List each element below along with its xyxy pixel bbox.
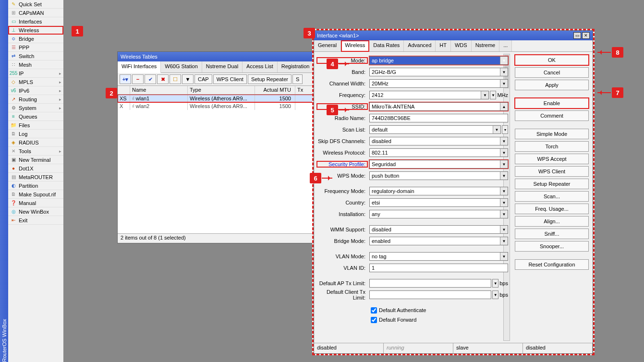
sidebar-item-interfaces[interactable]: ▭Interfaces: [8, 17, 63, 26]
s-button[interactable]: S: [292, 74, 303, 84]
sidebar-item-tools[interactable]: ✕Tools▸: [8, 147, 63, 156]
col-flag[interactable]: [118, 86, 130, 94]
sidebar-item-queues[interactable]: ≡Queues: [8, 112, 63, 121]
wt-tab-1[interactable]: W60G Station: [161, 61, 202, 72]
dropdown-icon[interactable]: ▼: [500, 253, 508, 260]
button-sniff[interactable]: Sniff...: [515, 229, 589, 239]
disable-button-icon[interactable]: ✖: [157, 74, 169, 84]
sidebar-item-mesh[interactable]: ∷Mesh: [8, 60, 63, 69]
sidebar-item-bridge[interactable]: ≎Bridge: [8, 35, 63, 43]
cap-button[interactable]: CAP: [194, 74, 212, 84]
if-tab-general[interactable]: General: [314, 40, 341, 51]
input-vlan_id[interactable]: 1: [369, 264, 508, 272]
wt-tab-4[interactable]: Registration: [278, 61, 314, 72]
sidebar-item-mpls[interactable]: ◇MPLS▸: [8, 78, 63, 86]
sidebar-item-system[interactable]: ⚙System▸: [8, 104, 63, 112]
button-simple-mode[interactable]: Simple Mode: [515, 129, 589, 139]
dropdown-icon[interactable]: ▼: [500, 137, 508, 145]
input-wmm_support[interactable]: disabled ▼: [369, 225, 508, 234]
input-bridge_mode[interactable]: enabled ▼: [369, 237, 508, 245]
sidebar-item-wireless[interactable]: ⊥Wireless: [8, 26, 63, 35]
remove-button[interactable]: −: [132, 74, 144, 84]
input-ssid[interactable]: MikroTik-ANTENA ▲: [369, 102, 508, 111]
if-tab-ht[interactable]: HT: [436, 40, 451, 51]
button-torch[interactable]: Torch: [515, 141, 589, 152]
if-tab-wireless[interactable]: Wireless: [341, 40, 369, 52]
sidebar-item-new-winbox[interactable]: ◎New WinBox: [8, 207, 63, 216]
sidebar-item-routing[interactable]: ↗Routing▸: [8, 95, 63, 104]
if-tab-[interactable]: ...: [499, 40, 512, 51]
if-tab-advanced[interactable]: Advanced: [404, 40, 436, 51]
sidebar-item-radius[interactable]: ◈RADIUS: [8, 138, 63, 147]
if-tab-wds[interactable]: WDS: [451, 40, 472, 51]
dropdown-icon[interactable]: ▼: [500, 149, 508, 157]
sidebar-item-new-terminal[interactable]: ▣New Terminal: [8, 156, 63, 164]
sidebar-item-manual[interactable]: ❓Manual: [8, 199, 63, 207]
checkbox-default_fwd[interactable]: Default Forward: [371, 315, 508, 325]
dropdown-icon[interactable]: ▼: [500, 210, 508, 218]
input-client_tx_limit[interactable]: [369, 290, 491, 299]
dropdown-icon[interactable]: ▼: [492, 290, 498, 299]
sidebar-item-metarouter[interactable]: ▤MetaROUTER: [8, 173, 63, 181]
dropdown-icon[interactable]: ▼: [500, 199, 508, 206]
filter-button-icon[interactable]: ▼: [182, 74, 194, 84]
dropdown-icon[interactable]: ▼: [500, 57, 508, 64]
sidebar-item-log[interactable]: 🗎Log: [8, 130, 63, 138]
dropdown-icon[interactable]: ▼: [500, 187, 508, 195]
input-channel_width[interactable]: 20MHz ▼: [369, 79, 508, 88]
button-wps-accept[interactable]: WPS Accept: [515, 154, 589, 164]
wt-tab-0[interactable]: WiFi Interfaces: [118, 61, 161, 73]
dropdown-icon[interactable]: ▼: [500, 226, 508, 233]
sidebar-item-files[interactable]: 📁Files: [8, 121, 63, 130]
button-apply[interactable]: Apply: [515, 80, 589, 90]
dropdown-icon[interactable]: ▼: [500, 237, 508, 245]
col-mtu[interactable]: Actual MTU: [255, 86, 295, 94]
input-wireless_protocol[interactable]: 802.11 ▼: [369, 148, 508, 157]
comment-button-icon[interactable]: ☐: [170, 74, 181, 84]
checkbox-default_auth[interactable]: Default Authenticate: [371, 305, 508, 315]
sidebar-item-quick-set[interactable]: ✎Quick Set: [8, 0, 63, 9]
input-frequency[interactable]: 2412 ▼: [369, 91, 489, 99]
button-ok[interactable]: OK: [515, 55, 589, 65]
input-country[interactable]: etsi ▼: [369, 198, 508, 207]
dialog-close-icon[interactable]: ✕: [582, 32, 590, 39]
button-setup-repeater[interactable]: Setup Repeater: [515, 179, 589, 189]
dialog-minimize-icon[interactable]: ▭: [573, 32, 581, 39]
add-button[interactable]: +▾: [120, 74, 131, 84]
input-security_profile[interactable]: Seguridad ▼: [369, 160, 508, 169]
input-frequency_mode[interactable]: regulatory-domain ▼: [369, 187, 508, 195]
checkbox-input[interactable]: [371, 317, 377, 323]
dropdown-icon[interactable]: ▼: [481, 91, 488, 99]
sidebar-item-ip[interactable]: 255IP▸: [8, 69, 63, 78]
dropdown-icon[interactable]: ▲: [500, 103, 508, 110]
input-mode[interactable]: ap bridge ▼: [369, 56, 508, 65]
button-reset-configuration[interactable]: Reset Configuration: [515, 259, 589, 270]
button-freq-usage[interactable]: Freq. Usage...: [515, 204, 589, 214]
input-radio_name[interactable]: 744D28BC96BE: [369, 114, 508, 122]
button-scan[interactable]: Scan...: [515, 191, 589, 202]
dropdown-icon[interactable]: ▼: [500, 160, 508, 168]
sidebar-item-ppp[interactable]: ☰PPP: [8, 43, 63, 52]
wps-client-button[interactable]: WPS Client: [213, 74, 247, 84]
button-cancel[interactable]: Cancel: [515, 67, 589, 78]
input-skip_dfs[interactable]: disabled ▼: [369, 137, 508, 145]
sidebar-item-ipv6[interactable]: v6IPv6▸: [8, 86, 63, 95]
wt-tab-3[interactable]: Access List: [243, 61, 278, 72]
button-align[interactable]: Align...: [515, 216, 589, 227]
sidebar-item-capsman[interactable]: ⊞CAPsMAN: [8, 9, 63, 17]
input-scan_list[interactable]: default ▼: [369, 125, 501, 134]
checkbox-input[interactable]: [371, 307, 377, 314]
dropdown-icon[interactable]: ▼: [493, 126, 500, 133]
dropdown-icon[interactable]: ▼: [492, 279, 498, 288]
dropdown-icon[interactable]: ▼: [490, 91, 496, 99]
expand-icon[interactable]: ▾: [502, 125, 508, 134]
input-band[interactable]: 2GHz-B/G ▼: [369, 68, 508, 76]
input-ap_tx_limit[interactable]: [369, 279, 491, 288]
if-tab-datarates[interactable]: Data Rates: [369, 40, 404, 51]
dropdown-icon[interactable]: ▼: [500, 172, 508, 180]
col-type[interactable]: Type: [188, 86, 255, 94]
if-tab-nstreme[interactable]: Nstreme: [472, 40, 500, 51]
col-name[interactable]: Name: [130, 86, 188, 94]
sidebar-item-dot1x[interactable]: ●Dot1X: [8, 164, 63, 173]
setup-repeater-button[interactable]: Setup Repeater: [248, 74, 292, 84]
